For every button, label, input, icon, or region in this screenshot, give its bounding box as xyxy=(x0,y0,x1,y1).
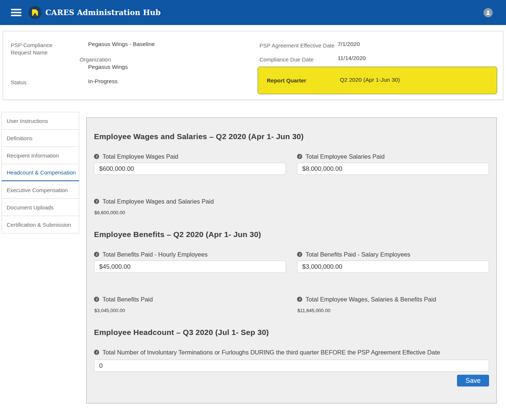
organization-value: Pegasus Wings xyxy=(88,64,128,70)
sidebar-item-definitions[interactable]: Definitions xyxy=(1,129,79,147)
info-icon[interactable]: i xyxy=(94,252,99,257)
field-total-wages-salaries: i Total Employee Wages and Salaries Paid… xyxy=(94,198,286,215)
info-icon[interactable]: i xyxy=(94,297,99,302)
section-heading-headcount: Employee Headcount – Q3 2020 (Jul 1- Sep… xyxy=(94,328,489,337)
info-icon[interactable]: i xyxy=(94,154,99,159)
benefits-salary-input[interactable] xyxy=(297,261,489,273)
summary-panel: PSP Compliance Request Name Pegasus Wing… xyxy=(3,31,503,100)
info-icon[interactable]: i xyxy=(297,252,302,257)
organization-label: Organization xyxy=(80,56,111,63)
field-total-benefits: i Total Benefits Paid $3,045,000.00 xyxy=(94,296,286,313)
info-icon[interactable]: i xyxy=(297,154,302,159)
field-label: Total Benefits Paid - Hourly Employees xyxy=(102,251,207,258)
sidebar-item-document-uploads[interactable]: Document Uploads xyxy=(1,198,79,216)
field-label: Total Employee Wages, Salaries & Benefit… xyxy=(306,296,436,303)
field-involuntary-terminations: i Total Number of Involuntary Terminatio… xyxy=(94,349,489,372)
user-avatar-icon[interactable] xyxy=(484,8,493,17)
field-label: Total Benefits Paid xyxy=(102,296,153,303)
total-benefits-value: $3,045,000.00 xyxy=(94,308,286,313)
field-total-wages: i Total Employee Wages Paid xyxy=(94,153,286,175)
report-quarter-highlight: Report Quarter Q2 2020 (Apr 1-Jun 30) xyxy=(258,67,497,94)
field-label: Total Benefits Paid - Salary Employees xyxy=(306,251,410,258)
app-title: CARES Administration Hub xyxy=(45,8,161,17)
due-date-value: 11/14/2020 xyxy=(338,55,366,61)
report-quarter-label: Report Quarter xyxy=(267,77,306,84)
total-salaries-input[interactable] xyxy=(297,163,489,175)
info-icon[interactable]: i xyxy=(94,199,99,204)
total-wages-input[interactable] xyxy=(94,163,286,175)
total-wages-salaries-benefits-value: $11,645,000.00 xyxy=(297,308,489,313)
sidebar-nav: User Instructions Definitions Recipient … xyxy=(1,112,79,233)
sidebar-item-certification-submission[interactable]: Certification & Submission xyxy=(1,216,79,233)
sidebar-item-executive-compensation[interactable]: Executive Compensation xyxy=(1,181,79,199)
save-button[interactable]: Save xyxy=(457,375,489,387)
effective-date-label: PSP Agreement Effective Date xyxy=(259,42,335,49)
headcount-compensation-form: Employee Wages and Salaries – Q2 2020 (A… xyxy=(86,117,497,403)
app-logo-icon xyxy=(28,6,42,19)
status-value: In-Progress xyxy=(88,78,118,85)
field-benefits-hourly: i Total Benefits Paid - Hourly Employees xyxy=(94,251,286,273)
info-icon[interactable]: i xyxy=(94,350,99,355)
field-total-salaries: i Total Employee Salaries Paid xyxy=(297,153,489,175)
involuntary-terminations-input[interactable] xyxy=(94,360,489,372)
psp-request-name-value: Pegasus Wings - Baseline xyxy=(88,41,155,47)
psp-request-name-label: PSP Compliance Request Name xyxy=(11,42,73,56)
effective-date-value: 7/1/2020 xyxy=(338,41,360,47)
sidebar-item-user-instructions[interactable]: User Instructions xyxy=(1,112,79,130)
field-label: Total Employee Salaries Paid xyxy=(306,153,385,160)
sidebar-item-recipient-information[interactable]: Recipient Information xyxy=(1,147,79,164)
hamburger-icon[interactable] xyxy=(11,7,21,18)
info-icon[interactable]: i xyxy=(297,297,302,302)
total-wages-salaries-value: $8,600,000.00 xyxy=(94,210,286,215)
field-total-wages-salaries-benefits: i Total Employee Wages, Salaries & Benef… xyxy=(297,296,489,313)
field-benefits-salary: i Total Benefits Paid - Salary Employees xyxy=(297,251,489,273)
due-date-label: Compliance Due Date xyxy=(259,56,314,63)
status-label: Status xyxy=(11,79,27,86)
field-label: Total Employee Wages and Salaries Paid xyxy=(102,198,214,205)
field-label: Total Employee Wages Paid xyxy=(102,153,178,160)
benefits-hourly-input[interactable] xyxy=(94,261,286,273)
section-heading-wages: Employee Wages and Salaries – Q2 2020 (A… xyxy=(94,132,489,141)
section-heading-benefits: Employee Benefits – Q2 2020 (Apr 1- Jun … xyxy=(94,230,489,239)
sidebar-item-headcount-compensation[interactable]: Headcount & Compensation xyxy=(1,164,79,181)
field-label: Total Number of Involuntary Terminations… xyxy=(102,347,440,357)
app-header: CARES Administration Hub xyxy=(0,0,506,25)
report-quarter-value: Q2 2020 (Apr 1-Jun 30) xyxy=(340,77,400,83)
